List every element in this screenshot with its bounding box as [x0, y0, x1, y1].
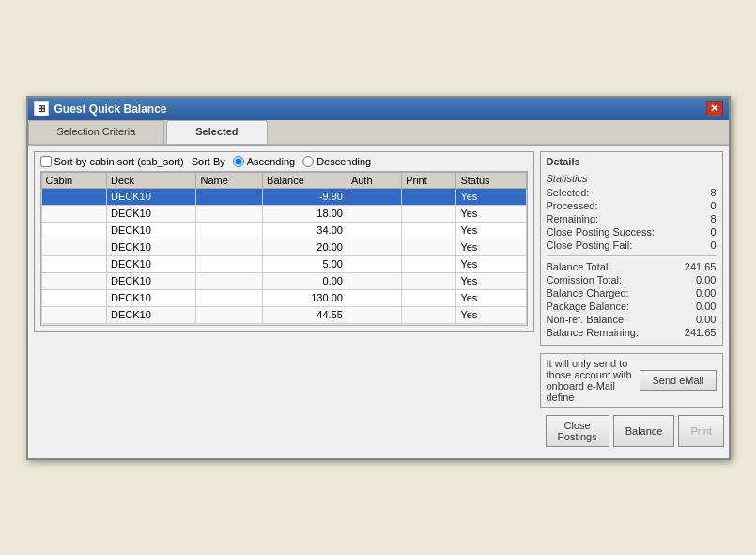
table-row[interactable]: DECK1018.00Yes — [41, 205, 526, 222]
financial-value: 0.00 — [670, 314, 717, 325]
financial-value: 0.00 — [670, 287, 717, 299]
window-icon: ⊞ — [34, 101, 49, 116]
col-status: Status — [456, 172, 526, 188]
right-panel: Details Statistics Selected:8Processed:0… — [540, 151, 723, 453]
financial-label: Balance Total: — [547, 261, 611, 272]
financial-row: Balance Remaining:241.65 — [547, 326, 717, 339]
tabs-container: Selection Criteria Selected — [28, 120, 729, 146]
stat-row: Close Posting Fail:0 — [547, 239, 717, 252]
stat-label: Close Posting Success: — [547, 226, 656, 238]
stat-value: 8 — [670, 187, 717, 198]
financial-value: 0.00 — [670, 301, 717, 312]
filter-row: Sort by cabin sort (cab_sort) Sort By As… — [40, 156, 528, 167]
guest-table-container[interactable]: Cabin Deck Name Balance Auth Print Statu… — [40, 171, 528, 326]
stat-value: 8 — [670, 213, 717, 224]
stat-value: 0 — [670, 226, 717, 238]
stat-value: 0 — [670, 239, 717, 251]
financial-value: 241.65 — [670, 261, 717, 272]
email-message: It will only send to those account with … — [547, 358, 640, 403]
details-title: Details — [547, 156, 717, 167]
statistics-label: Statistics — [547, 173, 717, 184]
print-button[interactable]: Print — [678, 415, 724, 447]
table-row[interactable]: DECK1044.55Yes — [41, 306, 526, 323]
table-row[interactable]: DECK1020.00Yes — [41, 239, 526, 255]
financial-label: Comission Total: — [547, 274, 623, 285]
financial-row: Non-ref. Balance:0.00 — [547, 313, 717, 326]
send-email-button[interactable]: Send eMail — [640, 370, 716, 391]
sort-cabin-checkbox-label[interactable]: Sort by cabin sort (cab_sort) — [40, 156, 184, 167]
left-panel: Sort by cabin sort (cab_sort) Sort By As… — [34, 151, 534, 453]
table-row[interactable]: DECK10-9.90Yes — [41, 188, 526, 205]
stats-container: Selected:8Processed:0Remaining:8Close Po… — [547, 186, 717, 252]
col-deck: Deck — [107, 172, 196, 188]
sort-cabin-checkbox[interactable] — [40, 156, 52, 167]
financial-row: Balance Charged:0.00 — [547, 286, 717, 300]
stat-row: Close Posting Success:0 — [547, 225, 717, 239]
ascending-radio[interactable] — [233, 156, 244, 167]
table-row[interactable]: DECK10130.00Yes — [41, 289, 526, 306]
guest-table: Cabin Deck Name Balance Auth Print Statu… — [41, 172, 527, 324]
col-cabin: Cabin — [41, 172, 107, 188]
stat-value: 0 — [670, 200, 717, 211]
col-name: Name — [196, 172, 263, 188]
bottom-buttons: Close Postings Balance Print — [540, 411, 723, 453]
sort-by-label: Sort By — [192, 156, 225, 167]
table-header-row: Cabin Deck Name Balance Auth Print Statu… — [41, 172, 526, 188]
stat-label: Close Posting Fail: — [547, 239, 633, 251]
financial-value: 0.00 — [670, 274, 717, 285]
financials-container: Balance Total:241.65Comission Total:0.00… — [547, 260, 717, 339]
financial-value: 241.65 — [670, 327, 717, 338]
stat-label: Selected: — [547, 187, 590, 198]
stat-row: Selected:8 — [547, 186, 717, 199]
stat-label: Processed: — [547, 200, 598, 211]
table-body: DECK10-9.90YesDECK1018.00YesDECK1034.00Y… — [41, 188, 526, 323]
title-bar: ⊞ Guest Quick Balance ✕ — [28, 98, 729, 120]
financial-label: Balance Charged: — [547, 287, 629, 299]
table-row[interactable]: DECK105.00Yes — [41, 255, 526, 272]
main-window: ⊞ Guest Quick Balance ✕ Selection Criter… — [26, 96, 731, 460]
window-title: Guest Quick Balance — [54, 102, 167, 116]
financial-label: Balance Remaining: — [547, 327, 639, 338]
financial-label: Package Balance: — [547, 301, 630, 312]
tab-selection-criteria[interactable]: Selection Criteria — [28, 120, 165, 144]
descending-radio[interactable] — [302, 156, 314, 167]
financial-row: Package Balance:0.00 — [547, 300, 717, 313]
email-section: It will only send to those account with … — [540, 353, 723, 408]
content-area: Sort by cabin sort (cab_sort) Sort By As… — [28, 146, 729, 458]
financial-row: Comission Total:0.00 — [547, 273, 717, 286]
col-balance: Balance — [263, 172, 347, 188]
table-row[interactable]: DECK100.00Yes — [41, 272, 526, 289]
descending-label[interactable]: Descending — [302, 156, 371, 167]
table-row[interactable]: DECK1034.00Yes — [41, 222, 526, 239]
details-box: Details Statistics Selected:8Processed:0… — [540, 151, 723, 346]
financial-row: Balance Total:241.65 — [547, 260, 717, 273]
col-print: Print — [402, 172, 456, 188]
balance-button[interactable]: Balance — [613, 415, 675, 447]
close-window-button[interactable]: ✕ — [706, 101, 723, 116]
ascending-label[interactable]: Ascending — [233, 156, 295, 167]
col-auth: Auth — [347, 172, 401, 188]
stat-label: Remaining: — [547, 213, 599, 224]
sort-options: Ascending Descending — [233, 156, 371, 167]
title-bar-left: ⊞ Guest Quick Balance — [34, 101, 167, 116]
guest-crew-group: Sort by cabin sort (cab_sort) Sort By As… — [34, 151, 534, 332]
sort-cabin-label: Sort by cabin sort (cab_sort) — [54, 156, 184, 167]
close-postings-button[interactable]: Close Postings — [546, 415, 609, 447]
tab-selected[interactable]: Selected — [166, 120, 267, 144]
stat-row: Remaining:8 — [547, 212, 717, 225]
financial-label: Non-ref. Balance: — [547, 314, 627, 325]
stat-row: Processed:0 — [547, 199, 717, 212]
divider-1 — [547, 255, 717, 256]
